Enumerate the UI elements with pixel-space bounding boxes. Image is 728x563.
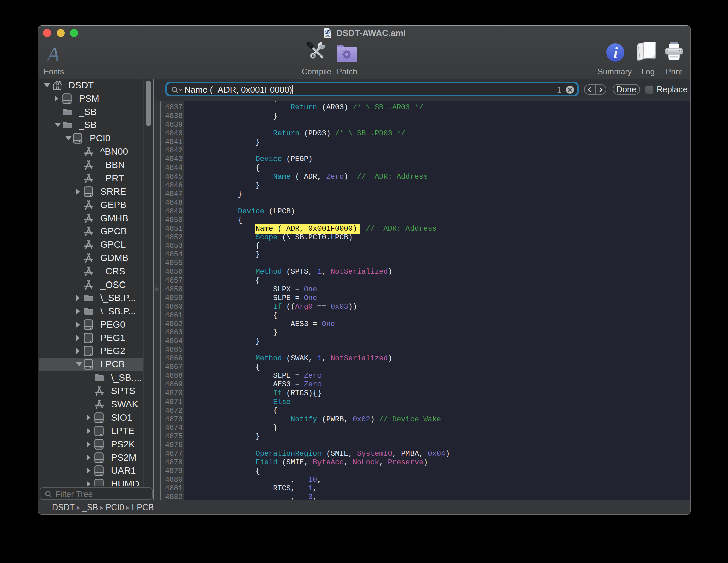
svg-text:A: A <box>46 43 60 66</box>
svg-text:i: i <box>614 44 618 61</box>
svg-text:AML: AML <box>325 35 330 37</box>
